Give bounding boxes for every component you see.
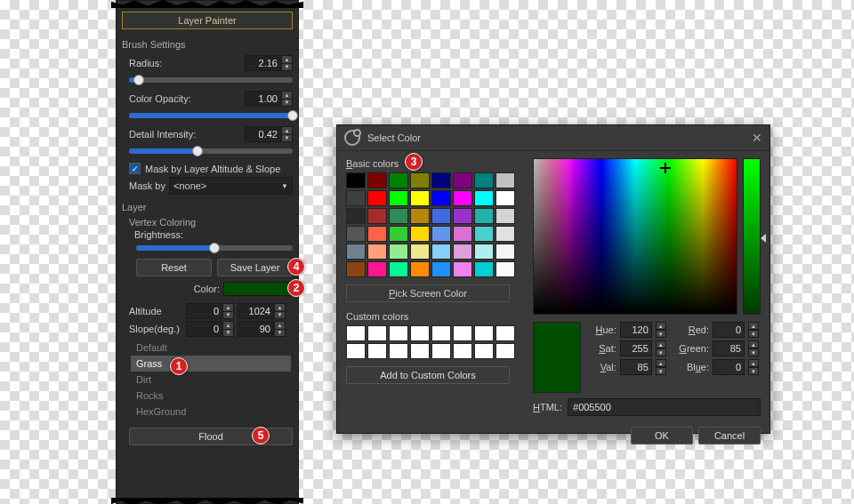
custom-color-swatch[interactable] bbox=[389, 325, 408, 341]
opacity-slider[interactable] bbox=[129, 113, 293, 118]
basic-color-swatch[interactable] bbox=[453, 172, 472, 188]
layer-item-rocks[interactable]: Rocks bbox=[131, 388, 291, 404]
ok-button[interactable]: OK bbox=[631, 427, 693, 444]
basic-color-swatch[interactable] bbox=[367, 190, 387, 206]
pick-screen-color-button[interactable]: Pick Screen Color bbox=[346, 284, 510, 302]
basic-color-swatch[interactable] bbox=[431, 190, 451, 206]
custom-color-swatch[interactable] bbox=[431, 343, 451, 359]
mask-by-dropdown[interactable]: <none> ▼ bbox=[169, 177, 293, 195]
custom-color-swatch[interactable] bbox=[410, 343, 430, 359]
basic-color-swatch[interactable] bbox=[431, 172, 451, 188]
val-input[interactable] bbox=[620, 359, 652, 375]
basic-color-swatch[interactable] bbox=[346, 226, 366, 242]
custom-color-swatch[interactable] bbox=[495, 325, 515, 341]
basic-color-swatch[interactable] bbox=[474, 190, 494, 206]
basic-color-swatch[interactable] bbox=[410, 208, 430, 224]
custom-color-swatch[interactable] bbox=[474, 325, 494, 341]
basic-color-swatch[interactable] bbox=[453, 244, 472, 260]
add-to-custom-button[interactable]: Add to Custom Colors bbox=[346, 366, 510, 384]
detail-down-icon[interactable]: ▼ bbox=[281, 134, 292, 142]
basic-color-swatch[interactable] bbox=[410, 190, 430, 206]
altitude-max-input[interactable] bbox=[238, 306, 274, 316]
custom-color-swatch[interactable] bbox=[474, 343, 494, 359]
green-input[interactable] bbox=[713, 340, 745, 356]
basic-color-swatch[interactable] bbox=[495, 226, 515, 242]
close-icon[interactable]: ✕ bbox=[752, 131, 762, 145]
detail-up-icon[interactable]: ▲ bbox=[281, 127, 292, 134]
basic-color-swatch[interactable] bbox=[495, 244, 515, 260]
color-gradient-field[interactable] bbox=[533, 158, 737, 315]
custom-color-swatch[interactable] bbox=[431, 325, 451, 341]
sat-input[interactable] bbox=[620, 340, 652, 356]
basic-color-swatch[interactable] bbox=[346, 244, 366, 260]
custom-color-swatch[interactable] bbox=[346, 343, 366, 359]
radius-input[interactable] bbox=[246, 58, 281, 68]
reset-button[interactable]: Reset bbox=[136, 259, 212, 276]
detail-spin[interactable]: ▲▼ bbox=[245, 126, 293, 142]
opacity-input[interactable] bbox=[246, 93, 281, 104]
basic-color-swatch[interactable] bbox=[431, 261, 451, 277]
altitude-min-input[interactable] bbox=[187, 306, 222, 316]
basic-color-swatch[interactable] bbox=[495, 261, 515, 277]
brightness-slider[interactable] bbox=[136, 245, 293, 251]
save-layer-button[interactable]: Save Layer bbox=[217, 259, 293, 276]
red-input[interactable] bbox=[713, 322, 745, 338]
detail-input[interactable] bbox=[246, 129, 281, 140]
custom-color-swatch[interactable] bbox=[453, 325, 472, 341]
dialog-titlebar[interactable]: Select Color ✕ bbox=[337, 125, 769, 151]
basic-color-swatch[interactable] bbox=[453, 226, 472, 242]
basic-color-swatch[interactable] bbox=[495, 172, 515, 188]
custom-color-swatch[interactable] bbox=[410, 325, 430, 341]
slope-max-spin[interactable]: ▲▼ bbox=[238, 321, 286, 337]
basic-color-swatch[interactable] bbox=[431, 244, 451, 260]
layer-item-dirt[interactable]: Dirt bbox=[131, 372, 291, 388]
basic-color-swatch[interactable] bbox=[389, 244, 408, 260]
opacity-up-icon[interactable]: ▲ bbox=[281, 92, 292, 99]
basic-color-swatch[interactable] bbox=[367, 208, 387, 224]
html-input[interactable] bbox=[568, 398, 761, 416]
cancel-button[interactable]: Cancel bbox=[698, 427, 761, 444]
basic-color-swatch[interactable] bbox=[367, 172, 387, 188]
basic-color-swatch[interactable] bbox=[474, 244, 494, 260]
basic-color-swatch[interactable] bbox=[453, 261, 472, 277]
basic-color-swatch[interactable] bbox=[389, 226, 408, 242]
custom-color-swatch[interactable] bbox=[389, 343, 408, 359]
radius-spin[interactable]: ▲▼ bbox=[245, 55, 293, 71]
basic-color-swatch[interactable] bbox=[410, 244, 430, 260]
basic-color-swatch[interactable] bbox=[389, 208, 408, 224]
value-bar[interactable] bbox=[743, 158, 761, 315]
radius-down-icon[interactable]: ▼ bbox=[281, 63, 292, 71]
basic-color-swatch[interactable] bbox=[495, 190, 515, 206]
custom-color-swatch[interactable] bbox=[367, 343, 387, 359]
basic-color-swatch[interactable] bbox=[410, 226, 430, 242]
altitude-max-spin[interactable]: ▲▼ bbox=[238, 303, 286, 319]
basic-color-swatch[interactable] bbox=[453, 208, 472, 224]
basic-color-swatch[interactable] bbox=[346, 190, 366, 206]
basic-color-swatch[interactable] bbox=[453, 190, 472, 206]
basic-color-swatch[interactable] bbox=[389, 190, 408, 206]
slope-max-input[interactable] bbox=[238, 324, 274, 334]
basic-color-swatch[interactable] bbox=[367, 244, 387, 260]
basic-color-swatch[interactable] bbox=[346, 172, 366, 188]
altitude-min-spin[interactable]: ▲▼ bbox=[186, 303, 234, 319]
detail-slider[interactable] bbox=[129, 148, 293, 154]
blue-input[interactable] bbox=[713, 359, 745, 375]
basic-color-swatch[interactable] bbox=[367, 261, 387, 277]
slope-min-input[interactable] bbox=[187, 324, 222, 334]
basic-color-swatch[interactable] bbox=[495, 208, 515, 224]
layer-item-hexground[interactable]: HexGround bbox=[131, 404, 291, 420]
basic-color-swatch[interactable] bbox=[431, 208, 451, 224]
custom-color-swatch[interactable] bbox=[453, 343, 472, 359]
mask-checkbox[interactable]: ✓ Mask by Layer Altitude & Slope bbox=[127, 161, 294, 176]
custom-color-swatch[interactable] bbox=[346, 325, 366, 341]
panel-tab[interactable]: Layer Painter bbox=[122, 12, 293, 29]
custom-color-swatch[interactable] bbox=[495, 343, 515, 359]
basic-color-swatch[interactable] bbox=[474, 172, 494, 188]
basic-color-swatch[interactable] bbox=[474, 261, 494, 277]
custom-color-swatch[interactable] bbox=[367, 325, 387, 341]
basic-color-swatch[interactable] bbox=[410, 172, 430, 188]
radius-slider[interactable] bbox=[129, 77, 293, 83]
opacity-down-icon[interactable]: ▼ bbox=[281, 99, 292, 107]
basic-color-swatch[interactable] bbox=[346, 261, 366, 277]
basic-color-swatch[interactable] bbox=[474, 208, 494, 224]
